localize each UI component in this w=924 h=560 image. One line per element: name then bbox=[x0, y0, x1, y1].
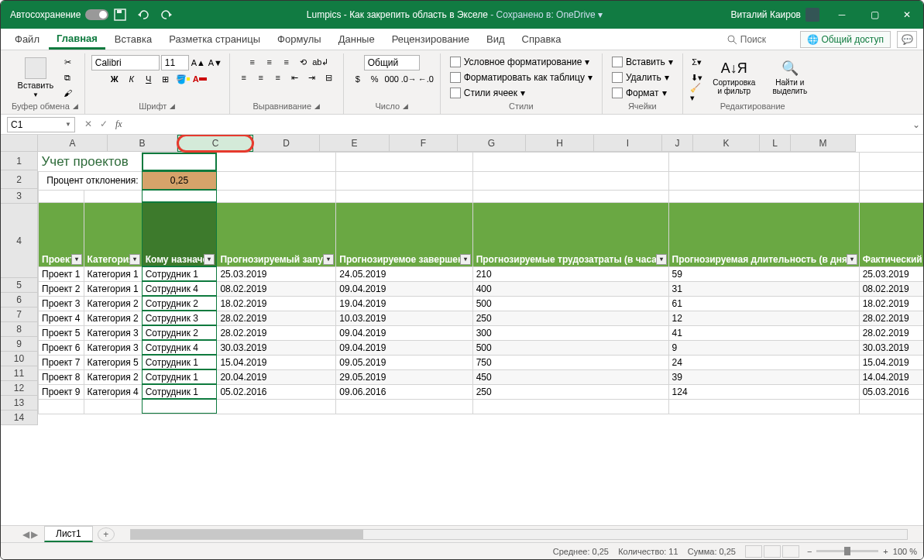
cell[interactable] bbox=[336, 171, 472, 190]
decrease-font-icon[interactable]: A▼ bbox=[208, 56, 223, 70]
cell[interactable]: 09.06.2016 bbox=[336, 384, 472, 399]
cell[interactable]: Категория 1 bbox=[84, 266, 142, 281]
cell[interactable]: 250 bbox=[472, 384, 668, 399]
autosum-icon[interactable]: Σ▾ bbox=[689, 55, 705, 69]
comma-icon[interactable]: 000 bbox=[384, 72, 400, 86]
cell[interactable]: 24.05.2019 bbox=[336, 266, 472, 281]
minimize-button[interactable]: ─ bbox=[826, 1, 858, 29]
tab-formulas[interactable]: Формулы bbox=[270, 30, 329, 48]
col-header-D[interactable]: D bbox=[253, 135, 320, 152]
conditional-format-button[interactable]: Условное форматирование ▾ bbox=[447, 55, 593, 69]
row-header-10[interactable]: 10 bbox=[1, 352, 38, 366]
cell[interactable]: Сотрудник 3 bbox=[142, 311, 217, 325]
col-header-M[interactable]: M bbox=[791, 135, 856, 152]
cell[interactable]: 9 bbox=[668, 340, 859, 355]
expand-formula-icon[interactable]: ⌄ bbox=[909, 119, 923, 130]
cell[interactable] bbox=[859, 399, 923, 414]
saved-location[interactable]: Сохранено в: OneDrive bbox=[496, 9, 596, 20]
cell[interactable]: Проект 6 bbox=[39, 340, 84, 355]
font-size-combo[interactable] bbox=[161, 55, 189, 70]
pct-label[interactable]: Процент отклонения: bbox=[39, 171, 143, 190]
toggle-switch[interactable] bbox=[85, 9, 108, 20]
col-header-L[interactable]: L bbox=[760, 135, 791, 152]
row-header-9[interactable]: 9 bbox=[1, 337, 38, 352]
cell[interactable] bbox=[84, 399, 142, 414]
row-header-6[interactable]: 6 bbox=[1, 293, 38, 307]
align-center-icon[interactable]: ≡ bbox=[253, 70, 269, 84]
percent-icon[interactable]: % bbox=[367, 72, 383, 86]
cell[interactable] bbox=[217, 399, 336, 414]
cell[interactable]: 39 bbox=[668, 369, 859, 384]
cell[interactable] bbox=[217, 190, 336, 202]
formula-input[interactable] bbox=[129, 117, 909, 132]
next-sheet-icon[interactable]: ▶ bbox=[31, 529, 38, 540]
cell[interactable] bbox=[39, 190, 84, 202]
row-header-7[interactable]: 7 bbox=[1, 307, 38, 322]
zoom-out-icon[interactable]: − bbox=[807, 547, 812, 556]
view-page-layout-icon[interactable] bbox=[764, 545, 781, 558]
cell[interactable]: 25.03.2019 bbox=[217, 266, 336, 281]
tab-help[interactable]: Справка bbox=[514, 30, 569, 48]
close-button[interactable]: ✕ bbox=[891, 1, 923, 29]
align-middle-icon[interactable]: ≡ bbox=[262, 55, 277, 69]
cell[interactable] bbox=[217, 171, 336, 190]
cell[interactable]: Проект 1 bbox=[39, 266, 84, 281]
undo-icon[interactable] bbox=[136, 8, 150, 22]
cell[interactable]: 41 bbox=[668, 325, 859, 340]
paste-button[interactable]: Вставить ▼ bbox=[15, 56, 57, 100]
format-cells-button[interactable]: Формат ▾ bbox=[609, 86, 670, 100]
cell[interactable]: 28.02.2019 bbox=[217, 311, 336, 325]
cell[interactable]: 18.02.2019 bbox=[859, 296, 923, 311]
cell[interactable] bbox=[668, 171, 859, 190]
cell[interactable]: Проект 8 bbox=[39, 369, 84, 384]
table-header[interactable]: Прогнозируемое завершени▾ bbox=[336, 202, 472, 266]
border-icon[interactable]: ⊞ bbox=[158, 72, 173, 86]
cell[interactable]: 61 bbox=[668, 296, 859, 311]
cell[interactable]: Проект 4 bbox=[39, 311, 84, 325]
table-header[interactable]: Прогнозируемая длительность (в днях)▾ bbox=[668, 202, 859, 266]
autosave-toggle[interactable]: Автосохранение bbox=[10, 9, 108, 20]
view-page-break-icon[interactable] bbox=[782, 545, 799, 558]
cell[interactable]: 09.05.2019 bbox=[336, 355, 472, 369]
fill-color-icon[interactable]: 🪣 bbox=[175, 72, 191, 86]
tab-file[interactable]: Файл bbox=[7, 30, 47, 48]
cell[interactable]: 750 bbox=[472, 355, 668, 369]
col-header-J[interactable]: J bbox=[662, 135, 693, 152]
sheet-tab-1[interactable]: Лист1 bbox=[44, 526, 93, 542]
cell[interactable]: 28.02.2019 bbox=[859, 325, 923, 340]
table-header[interactable]: Прогнозируемые трудозатраты (в часах)▾ bbox=[472, 202, 668, 266]
cell[interactable] bbox=[472, 190, 668, 202]
cell[interactable]: 20.04.2019 bbox=[217, 369, 336, 384]
cell[interactable]: 124 bbox=[668, 384, 859, 399]
delete-cells-button[interactable]: Удалить ▾ bbox=[609, 70, 672, 84]
cell[interactable]: 05.02.2016 bbox=[217, 384, 336, 399]
col-header-E[interactable]: E bbox=[320, 135, 390, 152]
row-header-14[interactable]: 14 bbox=[1, 411, 38, 425]
cell[interactable]: Сотрудник 4 bbox=[142, 340, 217, 355]
cell[interactable]: Сотрудник 2 bbox=[142, 325, 217, 340]
dialog-launcher-icon[interactable]: ◢ bbox=[170, 102, 175, 110]
add-sheet-button[interactable]: + bbox=[98, 527, 115, 541]
align-bottom-icon[interactable]: ≡ bbox=[279, 55, 294, 69]
cell[interactable]: 210 bbox=[472, 266, 668, 281]
cell[interactable] bbox=[859, 153, 923, 172]
cell[interactable]: 15.04.2019 bbox=[217, 355, 336, 369]
align-right-icon[interactable]: ≡ bbox=[270, 70, 286, 84]
cell[interactable] bbox=[472, 399, 668, 414]
cell[interactable]: 09.04.2019 bbox=[336, 281, 472, 296]
cell-styles-button[interactable]: Стили ячеек ▾ bbox=[447, 86, 528, 100]
cell[interactable]: Категория 3 bbox=[84, 325, 142, 340]
increase-decimal-icon[interactable]: .0→ bbox=[401, 72, 417, 86]
cell[interactable] bbox=[336, 399, 472, 414]
prev-sheet-icon[interactable]: ◀ bbox=[22, 529, 29, 540]
cell[interactable] bbox=[39, 399, 84, 414]
pct-value[interactable]: 0,25 bbox=[142, 171, 217, 190]
cell[interactable]: Сотрудник 1 bbox=[142, 369, 217, 384]
cell[interactable] bbox=[668, 399, 859, 414]
cell[interactable]: 300 bbox=[472, 325, 668, 340]
currency-icon[interactable]: $ bbox=[350, 72, 366, 86]
cell[interactable]: 25.03.2019 bbox=[859, 266, 923, 281]
cell[interactable]: 18.02.2019 bbox=[217, 296, 336, 311]
filter-icon[interactable]: ▾ bbox=[129, 254, 140, 265]
tab-layout[interactable]: Разметка страницы bbox=[161, 30, 268, 48]
